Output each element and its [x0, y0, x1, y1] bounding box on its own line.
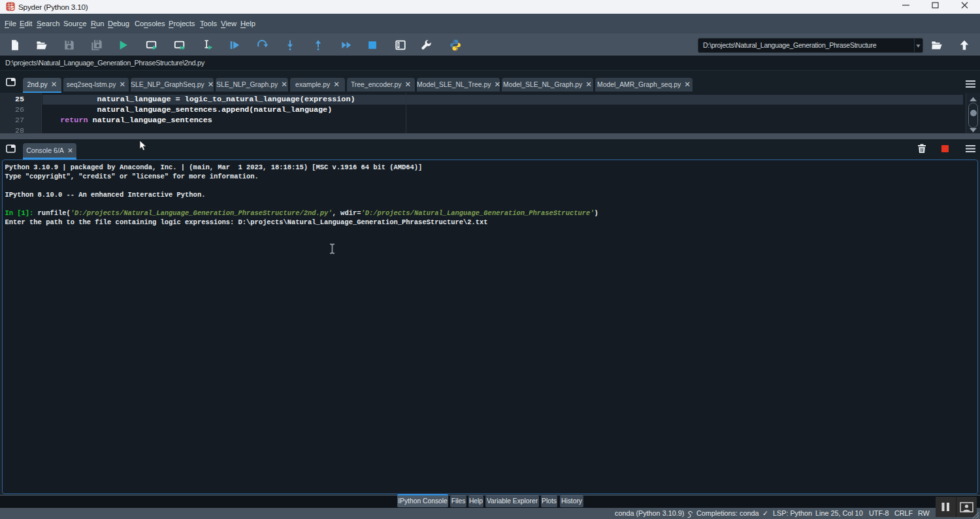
svg-text:S: S [10, 5, 14, 11]
